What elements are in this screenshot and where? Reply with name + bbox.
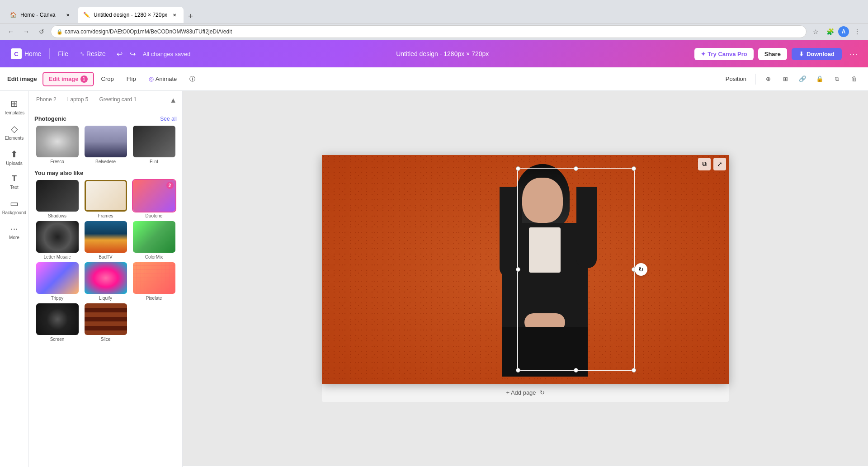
left-sidebar: ⊞ Templates ◇ Elements ⬆ Uploads T Text … <box>0 91 29 467</box>
sidebar-item-text[interactable]: T Text <box>2 170 27 193</box>
panel-tab-greeting[interactable]: Greeting card 1 <box>95 94 140 106</box>
templates-icon: ⊞ <box>10 98 18 109</box>
star-button[interactable]: ☆ <box>809 25 822 38</box>
filter-item-fresco[interactable]: Fresco <box>34 126 80 164</box>
handle-bottom-right[interactable] <box>632 368 636 373</box>
filter-name-badtv: BadTV <box>99 255 113 259</box>
panel-scroll-up[interactable]: ▲ <box>168 94 179 106</box>
sidebar-item-more[interactable]: ··· More <box>2 220 27 244</box>
edit-image-button[interactable]: Edit image 1 <box>42 72 94 86</box>
panel-tabs: Phone 2 Laptop 5 Greeting card 1 ▲ <box>29 91 182 106</box>
extensions-button[interactable]: 🧩 <box>824 25 836 38</box>
filter-item-pixelate[interactable]: Pixelate <box>131 262 177 301</box>
filter-item-slice[interactable]: Slice <box>83 303 128 342</box>
crop-button[interactable]: Crop <box>96 73 119 85</box>
filter-item-shadows[interactable]: Shadows <box>34 180 80 218</box>
close-tab-home[interactable]: ✕ <box>64 11 71 19</box>
handle-bottom-middle[interactable] <box>574 368 578 373</box>
filter-item-belvedere[interactable]: Belvedere <box>83 126 128 164</box>
handle-top-middle[interactable] <box>574 166 578 171</box>
position-button[interactable]: Position <box>722 74 750 84</box>
handle-middle-left[interactable] <box>516 267 520 272</box>
browser-tab-design[interactable]: ✏️ Untitled design - 1280 × 720px ✕ <box>78 7 184 23</box>
filter-name-fresco: Fresco <box>50 159 64 164</box>
add-page-bar[interactable]: + Add page ↻ <box>322 384 729 402</box>
canvas[interactable]: ↻ ⧉ ⤢ <box>322 155 729 384</box>
filter-thumb-colormix <box>133 221 175 253</box>
sidebar-item-elements[interactable]: ◇ Elements <box>2 120 27 144</box>
panel-tab-phone[interactable]: Phone 2 <box>33 94 60 106</box>
canvas-expand-button[interactable]: ⤢ <box>713 158 726 170</box>
filter-thumb-duotone: 2 <box>133 180 175 212</box>
link-icon-button[interactable]: 🔗 <box>796 72 809 86</box>
address-bar[interactable]: 🔒 canva.com/design/DAEtO0Op1mM/BeCODnOMW… <box>51 25 807 38</box>
reload-button[interactable]: ↺ <box>35 25 48 38</box>
file-button[interactable]: File <box>54 48 72 59</box>
filter-thumb-flint <box>133 126 175 157</box>
filter-item-flint[interactable]: Flint <box>131 126 177 164</box>
close-tab-design[interactable]: ✕ <box>171 11 178 19</box>
filter-item-liquify[interactable]: Liquify <box>83 262 128 301</box>
filter-name-duotone: Duotone <box>146 213 163 218</box>
toolbar-right: Position ⊕ ⊞ 🔗 🔒 ⧉ 🗑 <box>722 72 861 86</box>
handle-bottom-left[interactable] <box>516 368 520 373</box>
redo-button[interactable]: ↪ <box>127 48 138 60</box>
back-button[interactable]: ← <box>5 25 17 38</box>
canva-logo: C <box>11 48 22 59</box>
grid-icon-button[interactable]: ⊞ <box>778 72 792 86</box>
topbar: C Home File ⤡ Resize ↩ ↪ All changes sav… <box>0 40 868 67</box>
sidebar-item-templates[interactable]: ⊞ Templates <box>2 94 27 119</box>
add-tab-button[interactable]: + <box>184 10 197 23</box>
toolbar-row: Edit image Edit image 1 Crop Flip ◎ Anim… <box>0 67 868 91</box>
animate-button[interactable]: ◎ Animate <box>143 73 183 85</box>
selection-box[interactable]: ↻ <box>517 168 635 371</box>
filter-item-badtv[interactable]: BadTV <box>83 221 128 259</box>
see-all-button[interactable]: See all <box>160 116 177 122</box>
sidebar-item-background[interactable]: ▭ Background <box>2 194 27 219</box>
lock-icon-button[interactable]: 🔒 <box>813 72 826 86</box>
download-button[interactable]: ⬇ Download <box>792 48 842 60</box>
sidebar-item-uploads[interactable]: ⬆ Uploads <box>2 145 27 170</box>
youmaylike-title: You may also like <box>34 170 83 176</box>
profile-avatar[interactable]: A <box>838 26 849 37</box>
text-icon: T <box>12 174 17 184</box>
filter-item-duotone[interactable]: 2 Duotone <box>131 180 177 218</box>
delete-icon-button[interactable]: 🗑 <box>847 72 861 86</box>
info-button[interactable]: ⓘ <box>184 72 201 86</box>
filter-item-screen[interactable]: Screen <box>34 303 80 342</box>
filter-item-letter-mosaic[interactable]: Letter Mosaic <box>34 221 80 259</box>
filter-item-colormix[interactable]: ColorMix <box>131 221 177 259</box>
duplicate-icon-button[interactable]: ⧉ <box>830 72 844 86</box>
canvas-copy-button[interactable]: ⧉ <box>698 158 711 170</box>
url-text: canva.com/design/DAEtO0Op1mM/BeCODnOMW83… <box>65 28 232 35</box>
handle-top-left[interactable] <box>516 166 520 171</box>
more-options-button[interactable]: ⋯ <box>846 47 861 61</box>
panel-tab-laptop[interactable]: Laptop 5 <box>64 94 92 106</box>
filter-name-letter-mosaic: Letter Mosaic <box>43 255 71 259</box>
undo-button[interactable]: ↩ <box>114 48 125 60</box>
handle-top-right[interactable] <box>632 166 636 171</box>
filter-item-trippy[interactable]: Trippy <box>34 262 80 301</box>
arrange-icon-button[interactable]: ⊕ <box>761 72 775 86</box>
filter-thumb-frames <box>85 180 127 212</box>
browser-tab-home[interactable]: 🏠 Home - Canva ✕ <box>5 7 77 23</box>
rotate-button[interactable]: ↻ <box>635 263 647 276</box>
tab-design-label: Untitled design - 1280 × 720px <box>94 12 167 18</box>
filter-name-frames: Frames <box>98 213 113 218</box>
menu-button[interactable]: ⋮ <box>851 25 863 38</box>
topbar-divider <box>49 48 50 59</box>
flip-button[interactable]: Flip <box>121 73 142 85</box>
photogenic-title: Photogenic <box>34 115 66 122</box>
resize-button[interactable]: ⤡ Resize <box>76 48 109 59</box>
topbar-center: Untitled design - 1280px × 720px <box>196 50 689 57</box>
filter-thumb-fresco <box>36 126 79 157</box>
forward-button[interactable]: → <box>20 25 33 38</box>
filter-thumb-slice <box>85 303 127 335</box>
home-button[interactable]: C Home <box>7 47 45 61</box>
filter-thumb-badtv <box>85 221 127 253</box>
filter-item-frames[interactable]: Frames <box>83 180 128 218</box>
share-button[interactable]: Share <box>758 48 787 60</box>
browser-chrome: 🏠 Home - Canva ✕ ✏️ Untitled design - 12… <box>0 0 868 24</box>
try-canva-pro-button[interactable]: ✦ Try Canva Pro <box>694 48 753 60</box>
filter-thumb-trippy <box>36 262 79 294</box>
